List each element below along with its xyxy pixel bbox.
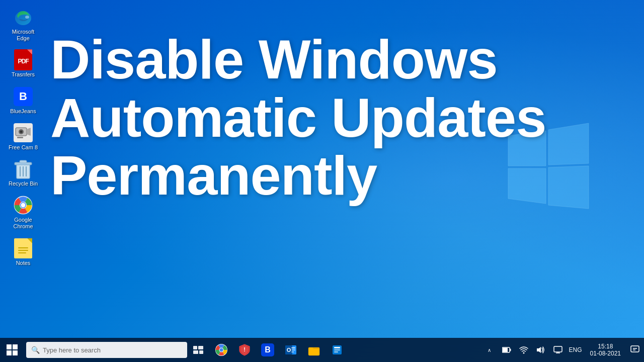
task-view-button[interactable] <box>187 338 209 362</box>
clock-time: 15:18 <box>598 343 613 350</box>
clock-date-text: 01-08-2021 <box>590 350 621 357</box>
svg-text:!: ! <box>244 346 246 352</box>
svg-rect-28 <box>193 350 198 354</box>
svg-rect-24 <box>7 350 12 355</box>
chrome-icon <box>13 195 33 215</box>
svg-rect-46 <box>334 351 338 352</box>
pdf-icon-label: Trasnfers <box>12 71 35 78</box>
desktop-icon-notes[interactable]: Notes <box>5 236 41 268</box>
volume-icon[interactable] <box>533 338 549 362</box>
title-overlay: Disable Windows Automatic Updates Perman… <box>50 30 614 205</box>
taskbar: 🔍 Type here to search <box>0 338 644 362</box>
title-line-1: Disable Windows <box>50 30 614 88</box>
clock-date[interactable]: 15:18 01-08-2021 <box>585 338 626 362</box>
desktop-icons: Microsoft Edge PDF Trasnfers B BlueJeans <box>5 5 41 268</box>
explorer-taskbar-icon <box>307 343 321 357</box>
display-icon[interactable] <box>550 338 566 362</box>
recycle-bin-icon-label: Recycle Bin <box>9 180 38 187</box>
svg-rect-38 <box>291 347 295 348</box>
svg-rect-23 <box>13 344 18 349</box>
taskbar-apps: ! B O <box>210 338 348 362</box>
search-placeholder-text: Type here to search <box>43 346 101 354</box>
svg-text:O: O <box>287 347 291 353</box>
chrome-taskbar-icon <box>214 343 228 357</box>
svg-rect-9 <box>20 160 27 163</box>
taskbar-app-shield[interactable]: ! <box>233 338 256 362</box>
svg-rect-29 <box>199 350 203 354</box>
svg-point-1 <box>25 16 29 19</box>
svg-rect-44 <box>334 347 340 348</box>
svg-rect-52 <box>554 346 562 352</box>
taskbar-app-files[interactable] <box>326 338 348 362</box>
svg-rect-25 <box>13 350 18 355</box>
desktop-icon-edge[interactable]: Microsoft Edge <box>5 5 41 44</box>
svg-rect-39 <box>291 349 295 350</box>
svg-marker-3 <box>27 128 31 136</box>
svg-rect-45 <box>334 349 340 350</box>
taskbar-search[interactable]: 🔍 Type here to search <box>26 342 187 358</box>
desktop-icon-pdf[interactable]: PDF Trasnfers <box>5 48 41 80</box>
notes-icon-label: Notes <box>16 260 31 266</box>
pdf-icon: PDF <box>13 50 33 70</box>
taskbar-app-bluejeans[interactable]: B <box>257 338 279 362</box>
system-tray: ∧ <box>481 338 644 362</box>
title-line-3: Permanently <box>50 146 614 205</box>
svg-rect-6 <box>17 137 23 138</box>
desktop-icon-freecam[interactable]: Free Cam 8 <box>5 121 41 153</box>
start-button[interactable] <box>0 338 24 362</box>
shield-taskbar-icon: ! <box>237 343 252 357</box>
outlook-taskbar-icon: O <box>284 343 298 357</box>
chrome-icon-label: Google Chrome <box>7 217 39 230</box>
desktop-icon-recycle-bin[interactable]: Recycle Bin <box>5 157 41 189</box>
battery-icon[interactable] <box>499 338 515 362</box>
svg-point-5 <box>20 130 23 133</box>
taskbar-app-chrome[interactable] <box>210 338 232 362</box>
freecam-icon <box>13 123 33 143</box>
edge-icon <box>13 7 33 27</box>
language-indicator[interactable]: ENG <box>566 338 585 362</box>
bluejeans-taskbar-icon: B <box>261 343 275 357</box>
taskbar-app-explorer[interactable] <box>303 338 325 362</box>
svg-point-50 <box>523 352 524 354</box>
notes-icon <box>13 238 33 258</box>
svg-rect-27 <box>198 346 203 349</box>
wifi-icon[interactable] <box>516 338 532 362</box>
svg-rect-55 <box>631 346 639 352</box>
edge-icon-label: Microsoft Edge <box>7 29 39 42</box>
tray-icons: ∧ <box>481 338 566 362</box>
recycle-bin-icon <box>13 159 33 179</box>
freecam-icon-label: Free Cam 8 <box>9 144 38 151</box>
desktop-icon-bluejeans[interactable]: B BlueJeans <box>5 84 41 117</box>
desktop-icon-chrome[interactable]: Google Chrome <box>5 193 41 232</box>
svg-marker-51 <box>537 347 541 353</box>
files-taskbar-icon <box>330 343 344 357</box>
notification-button[interactable] <box>626 338 644 362</box>
svg-rect-22 <box>7 344 12 349</box>
svg-rect-26 <box>193 346 197 349</box>
search-icon: 🔍 <box>31 346 40 354</box>
svg-point-32 <box>220 348 223 352</box>
bluejeans-icon-label: BlueJeans <box>10 108 36 115</box>
bluejeans-icon: B <box>13 86 33 107</box>
svg-rect-48 <box>503 348 508 352</box>
tray-hidden-icons-button[interactable]: ∧ <box>481 338 498 362</box>
svg-point-17 <box>21 203 26 208</box>
svg-rect-40 <box>291 351 294 352</box>
title-line-2: Automatic Updates <box>50 88 614 147</box>
svg-rect-49 <box>510 349 511 351</box>
taskbar-app-outlook[interactable]: O <box>280 338 302 362</box>
